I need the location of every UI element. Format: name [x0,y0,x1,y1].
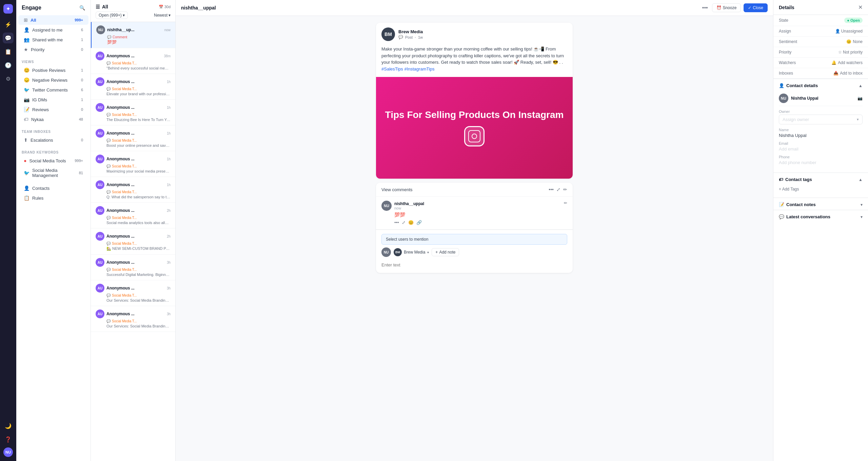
reply-more-icon[interactable]: ••• [394,220,399,225]
sidebar-item-positive-reviews[interactable]: 😊 Positive Reviews 1 [18,65,88,75]
sidebar-item-priority[interactable]: ★ Priority 0 [18,45,88,54]
details-state-row: State ● Open [773,15,868,26]
state-value[interactable]: ● Open [844,18,863,23]
nav-history[interactable]: 🕐 [3,60,14,71]
sidebar-search-icon[interactable]: 🔍 [79,5,85,11]
sidebar-item-social-media-tools[interactable]: ● Social Media Tools 999+ [18,156,88,165]
phone-placeholder[interactable]: Add phone number [779,160,863,165]
sidebar-brand-section: BRAND KEYWORDS ● Social Media Tools 999+… [16,146,91,182]
conv-type-label-3: Social Media T... [112,87,137,91]
contact-tags-icon: 🏷 [779,177,783,182]
sidebar-item-twitter-comments[interactable]: 🐦 Twitter Comments 6 [18,85,88,95]
reply-emoji-icon[interactable]: 😊 [408,220,414,225]
mention-bar[interactable]: Select users to mention [381,234,567,245]
conv-item-5[interactable]: AU Anonymous ... 1h 💬 Social Media T... … [91,125,175,151]
nav-engage[interactable]: ⚡ [3,19,14,30]
nav-dark-mode[interactable]: 🌙 [3,420,14,431]
sidebar-item-reviews[interactable]: 📝 Reviews 0 [18,105,88,114]
sidebar-item-shared-with-me[interactable]: 👥 Shared with me 1 [18,35,88,44]
comment-header: View comments ••• ⤢ ✏ [376,183,573,197]
watchers-label: Watchers [779,60,796,65]
close-button[interactable]: ✓ Close [744,3,768,12]
watchers-add-link[interactable]: Add watchers [838,60,863,65]
contact-instagram-icon[interactable]: 📷 [857,96,863,101]
nav-inbox[interactable]: 💬 [3,33,14,43]
sidebar-item-escalations[interactable]: ⬆ Escalations 0 [18,135,88,145]
conv-preview-12: Our Services: Social Media Branding | D.… [106,324,171,328]
post-header: BM Brew Media 💬 Post • 1w [376,23,573,46]
contact-notes-header[interactable]: 📝 Contact notes ▾ [773,198,868,210]
snooze-button[interactable]: ⏰ Snooze [712,3,741,12]
sidebar-label-shared: Shared with me [32,37,63,42]
details-title: Details [779,5,794,10]
nav-settings[interactable]: ⚙ [3,73,14,84]
priority-value[interactable]: ☆ Not priority [838,50,863,55]
sidebar-item-negative-reviews[interactable]: 😞 Negative Reviews 0 [18,75,88,85]
sidebar-item-nykaa[interactable]: 🏷 Nykaa 48 [18,115,88,124]
details-priority-row: Priority ☆ Not priority [773,47,868,58]
conversation-list: ☰ All 📅 30d Open (999+) ▾ Newest ▾ N [91,0,176,461]
conv-days-filter[interactable]: 📅 30d [159,5,171,9]
sidebar-item-social-media-mgmt[interactable]: 🐦 Social Media Management 81 [18,166,88,180]
user-avatar-nav[interactable]: NU [3,447,13,457]
conv-name-9: Anonymous ... [106,234,135,239]
phone-field: Phone Add phone number [779,155,863,165]
details-close-icon[interactable]: ✕ [858,4,863,11]
conv-item-8[interactable]: AU Anonymous ... 2h 💬 Social Media T... … [91,203,175,228]
email-field: Email Add email [779,141,863,152]
inbox-select[interactable]: Brew Media [404,250,425,255]
edit-icon[interactable]: ✏ [563,187,567,192]
inboxes-add-link[interactable]: Add to inbox [840,71,863,76]
sentiment-icon: 😐 [846,39,851,44]
sidebar-item-contacts[interactable]: 👤 Contacts [18,183,88,193]
conv-status-filter[interactable]: Open (999+) ▾ [96,12,128,19]
conv-item-9[interactable]: AU Anonymous ... 2h 💬 Social Media T... … [91,228,175,255]
post-hashtags[interactable]: #SalesTips #InstagramTips [381,66,435,72]
more-comments-icon[interactable]: ••• [549,187,554,192]
contact-tags-header[interactable]: 🏷 Contact tags ▲ [773,173,868,185]
conv-item-2[interactable]: AU Anonymous ... 38m 💬 Social Media T...… [91,48,175,74]
expand-icon[interactable]: ⤢ [556,187,560,192]
conv-item-6[interactable]: AU Anonymous ... 1h 💬 Social Media T... … [91,151,175,177]
nav-help[interactable]: ❓ [3,434,14,445]
latest-conv-header[interactable]: 💬 Latest conversations ▾ [773,210,868,222]
reply-text-input[interactable] [381,262,567,267]
app-logo: ✦ [3,4,13,14]
sidebar-item-assigned-to-me[interactable]: 👤 Assigned to me 6 [18,25,88,35]
sentiment-value[interactable]: None [853,39,863,44]
sidebar-item-all[interactable]: ⊞ All 999+ [18,15,88,25]
conv-item-1[interactable]: NU nishtha__up... now 💬 Comment 💯💯 [91,22,175,48]
view-comments-button[interactable]: View comments [381,187,413,192]
conv-sort[interactable]: Newest ▾ [154,13,171,18]
post-author-avatar: BM [381,27,395,41]
reply-link-icon[interactable]: 🔗 [416,220,422,225]
sidebar-item-rules[interactable]: 📋 Rules [18,193,88,203]
contact-details-body: NU Nishtha Uppal 📷 Owner Assign owner ▾ … [773,91,868,173]
more-options-button[interactable]: ••• [701,3,709,12]
sidebar-label-ig: IG DMs [32,97,47,102]
add-note-button[interactable]: + Add note [432,248,459,256]
reply-edit-icon[interactable]: ✏ [564,201,567,205]
avatar-10: AU [96,258,104,267]
conv-item-3[interactable]: AU Anonymous ... 1h 💬 Social Media T... … [91,74,175,100]
assign-text: Unassigned [841,29,863,34]
conv-item-4[interactable]: AU Anonymous ... 1h 💬 Social Media T... … [91,100,175,125]
nav-tasks[interactable]: 📋 [3,46,14,57]
reply-expand-icon[interactable]: ⤢ [402,220,406,225]
chevron-down-icon: ▾ [123,13,125,18]
sidebar-item-ig-dms[interactable]: 📷 IG DMs 1 [18,95,88,104]
contact-details-header[interactable]: 👤 Contact details ▲ [773,79,868,91]
conv-item-10[interactable]: AU Anonymous ... 3h 💬 Social Media T... … [91,255,175,280]
conv-item-12[interactable]: AU Anonymous ... 3h 💬 Social Media T... … [91,306,175,332]
conv-item-7[interactable]: AU Anonymous ... 1h 💬 Social Media T... … [91,177,175,203]
add-tags-button[interactable]: + Add Tags [779,185,863,194]
reply-time: now [394,206,424,210]
conv-type-label-9: Social Media T... [112,242,137,245]
assign-value[interactable]: 👤 Unassigned [835,29,863,34]
conv-item-11[interactable]: AU Anonymous ... 3h 💬 Social Media T... … [91,280,175,306]
sidebar-label-rules: Rules [32,196,43,201]
contact-avatar: NU [779,94,788,103]
conv-preview-2: "Behind every successful social medi... [106,66,171,70]
owner-select[interactable]: Assign owner ▾ [779,115,863,124]
email-placeholder[interactable]: Add email [779,146,863,152]
